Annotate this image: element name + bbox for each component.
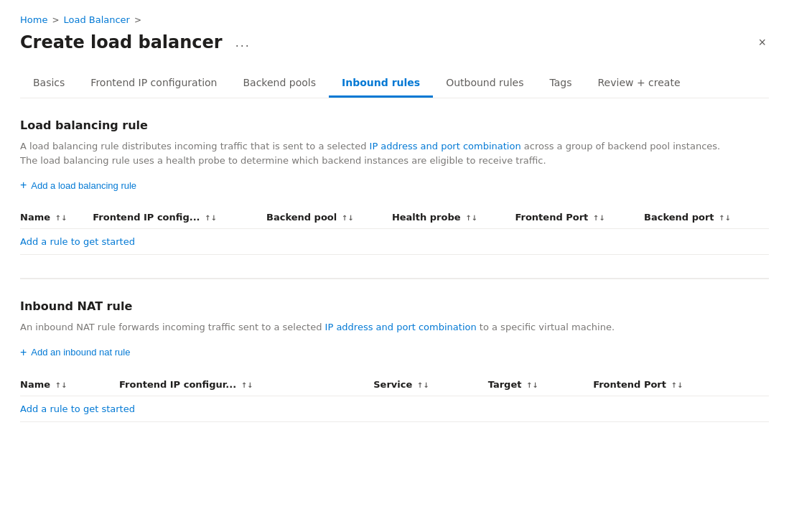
load-balancing-rule-table: Name ↑↓ Frontend IP config... ↑↓ Backend… [20, 206, 769, 255]
add-load-balancing-rule-button[interactable]: + Add a load balancing rule [20, 179, 136, 192]
load-balancing-rule-description: A load balancing rule distributes incomi… [20, 139, 769, 167]
close-button[interactable]: × [755, 33, 769, 52]
lb-rule-empty-row: Add a rule to get started [20, 229, 769, 255]
nat-col-service: Service ↑↓ [373, 373, 487, 396]
add-inbound-nat-rule-button[interactable]: + Add an inbound nat rule [20, 346, 130, 359]
load-balancing-rule-section: Load balancing rule A load balancing rul… [20, 118, 769, 255]
tab-basics[interactable]: Basics [20, 70, 78, 98]
breadcrumb-load-balancer[interactable]: Load Balancer [63, 14, 130, 25]
nat-col-name: Name ↑↓ [20, 373, 119, 396]
nat-sort-icon-target[interactable]: ↑↓ [526, 381, 538, 389]
tabs-nav: Basics Frontend IP configuration Backend… [20, 70, 769, 98]
section-divider [20, 278, 769, 279]
breadcrumb: Home > Load Balancer > [20, 14, 769, 25]
ellipsis-button[interactable]: ... [231, 34, 255, 52]
nat-rule-empty-row: Add a rule to get started [20, 396, 769, 421]
col-backend-pool: Backend pool ↑↓ [266, 206, 392, 229]
page-header: Create load balancer ... × [20, 32, 769, 52]
lb-rule-empty-text: Add a rule to get started [20, 229, 769, 255]
col-name: Name ↑↓ [20, 206, 93, 229]
nat-sort-icon-name[interactable]: ↑↓ [55, 381, 67, 389]
sort-icon-health-probe[interactable]: ↑↓ [465, 214, 477, 222]
nat-col-frontend-ip-config: Frontend IP configur... ↑↓ [119, 373, 373, 396]
tab-backend-pools[interactable]: Backend pools [230, 70, 329, 98]
sort-icon-frontend-port[interactable]: ↑↓ [593, 214, 605, 222]
load-balancing-rule-title: Load balancing rule [20, 118, 769, 132]
tab-frontend-ip[interactable]: Frontend IP configuration [78, 70, 230, 98]
nat-col-target: Target ↑↓ [488, 373, 593, 396]
nat-rule-link1: IP address and port combination [325, 322, 477, 332]
tab-tags[interactable]: Tags [537, 70, 585, 98]
page-title: Create load balancer [20, 32, 223, 52]
sort-icon-name[interactable]: ↑↓ [55, 214, 67, 222]
nat-rule-empty-text: Add a rule to get started [20, 396, 769, 421]
sort-icon-backend-pool[interactable]: ↑↓ [342, 214, 354, 222]
plus-icon: + [20, 179, 27, 192]
sort-icon-frontend-ip[interactable]: ↑↓ [205, 214, 217, 222]
page-title-row: Create load balancer ... [20, 32, 255, 52]
breadcrumb-sep1: > [52, 15, 59, 25]
tab-review-create[interactable]: Review + create [585, 70, 694, 98]
tab-outbound-rules[interactable]: Outbound rules [433, 70, 536, 98]
nat-col-frontend-port: Frontend Port ↑↓ [593, 373, 769, 396]
col-frontend-ip-config: Frontend IP config... ↑↓ [93, 206, 266, 229]
inbound-nat-rule-title: Inbound NAT rule [20, 299, 769, 313]
inbound-nat-rule-description: An inbound NAT rule forwards incoming tr… [20, 320, 769, 335]
inbound-nat-rule-table: Name ↑↓ Frontend IP configur... ↑↓ Servi… [20, 373, 769, 422]
col-backend-port: Backend port ↑↓ [644, 206, 769, 229]
breadcrumb-home[interactable]: Home [20, 14, 47, 25]
tab-inbound-rules[interactable]: Inbound rules [329, 70, 433, 98]
col-frontend-port: Frontend Port ↑↓ [515, 206, 644, 229]
sort-icon-backend-port[interactable]: ↑↓ [719, 214, 731, 222]
nat-sort-icon-frontend-ip[interactable]: ↑↓ [241, 381, 253, 389]
breadcrumb-sep2: > [134, 15, 141, 25]
nat-sort-icon-service[interactable]: ↑↓ [417, 381, 429, 389]
lb-rule-link1: IP address and port combination [370, 141, 521, 151]
nat-sort-icon-frontend-port[interactable]: ↑↓ [671, 381, 683, 389]
col-health-probe: Health probe ↑↓ [392, 206, 515, 229]
add-load-balancing-rule-label: Add a load balancing rule [31, 180, 136, 191]
inbound-nat-rule-section: Inbound NAT rule An inbound NAT rule for… [20, 299, 769, 422]
add-inbound-nat-rule-label: Add an inbound nat rule [31, 347, 130, 358]
plus-icon-nat: + [20, 346, 27, 359]
